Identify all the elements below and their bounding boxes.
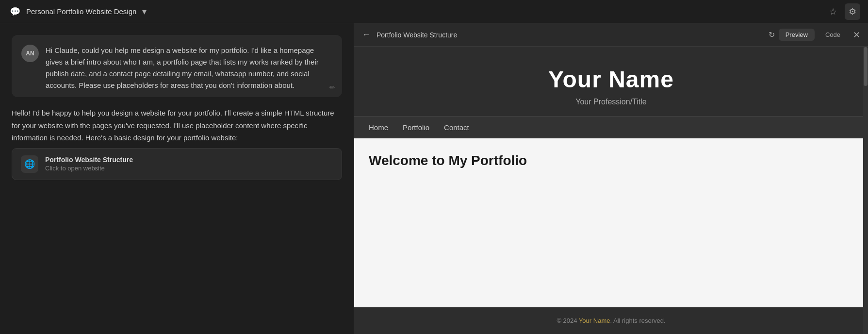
close-icon: ✕ <box>853 30 860 40</box>
footer-text: © 2024 <box>557 317 579 324</box>
preview-topbar: ← Portfolio Website Structure ↻ Preview … <box>354 23 868 47</box>
chat-panel: AN Hi Claude, could you help me design a… <box>0 23 354 334</box>
preview-back-button[interactable]: ← <box>362 30 371 40</box>
ai-message-text: Hello! I'd be happy to help you design a… <box>12 107 342 144</box>
artifact-info: Portfolio Website Structure Click to ope… <box>45 156 133 172</box>
site-preview[interactable]: Your Name Your Profession/Title Home Por… <box>354 47 868 334</box>
artifact-subtitle: Click to open website <box>45 165 133 172</box>
site-profession: Your Profession/Title <box>575 98 646 106</box>
artifact-title: Portfolio Website Structure <box>45 156 133 164</box>
user-message-header: AN Hi Claude, could you help me design a… <box>21 45 332 91</box>
footer-suffix: . All rights reserved. <box>610 317 665 324</box>
settings-button[interactable]: ⚙ <box>845 3 860 20</box>
refresh-icon: ↻ <box>769 31 775 39</box>
preview-title: Portfolio Website Structure <box>377 31 763 39</box>
top-bar-left: 💬 Personal Portfolio Website Design ▾ <box>8 4 148 19</box>
nav-item-portfolio[interactable]: Portfolio <box>403 123 429 132</box>
avatar: AN <box>21 45 39 62</box>
star-button[interactable]: ☆ <box>827 4 839 19</box>
settings-icon: ⚙ <box>849 6 856 17</box>
site-footer: © 2024 Your Name. All rights reserved. <box>354 307 868 334</box>
tab-code[interactable]: Code <box>819 29 847 41</box>
back-icon: ← <box>362 30 371 39</box>
ai-message: Hello! I'd be happy to help you design a… <box>12 105 342 182</box>
preview-topbar-actions: ↻ Preview Code ✕ <box>769 29 860 41</box>
chevron-down-icon: ▾ <box>142 6 147 17</box>
title-dropdown-button[interactable]: ▾ <box>140 4 148 19</box>
preview-close-button[interactable]: ✕ <box>853 30 860 40</box>
scrollbar-thumb <box>864 47 868 86</box>
artifact-card[interactable]: 🌐 Portfolio Website Structure Click to o… <box>12 148 342 180</box>
site-header: Your Name Your Profession/Title <box>354 47 868 116</box>
preview-content: Your Name Your Profession/Title Home Por… <box>354 47 868 334</box>
user-message: AN Hi Claude, could you help me design a… <box>12 35 342 97</box>
preview-refresh-button[interactable]: ↻ <box>769 30 775 39</box>
nav-item-contact[interactable]: Contact <box>444 123 469 132</box>
artifact-globe-icon: 🌐 <box>21 155 38 173</box>
main-layout: AN Hi Claude, could you help me design a… <box>0 23 868 334</box>
preview-panel: ← Portfolio Website Structure ↻ Preview … <box>354 23 868 334</box>
footer-name: Your Name <box>579 317 610 324</box>
edit-icon: ✏ <box>329 84 335 91</box>
chat-icon-button[interactable]: 💬 <box>8 4 22 19</box>
star-icon: ☆ <box>829 6 837 17</box>
preview-scrollbar[interactable] <box>863 47 868 334</box>
site-body: Welcome to My Portfolio <box>354 138 868 307</box>
site-name: Your Name <box>548 66 674 93</box>
top-bar: 💬 Personal Portfolio Website Design ▾ ☆ … <box>0 0 868 23</box>
chat-icon: 💬 <box>10 6 20 17</box>
site-nav: Home Portfolio Contact <box>354 116 868 138</box>
user-message-text: Hi Claude, could you help me design a we… <box>46 45 332 91</box>
conversation-title: Personal Portfolio Website Design <box>26 7 136 16</box>
tab-preview[interactable]: Preview <box>779 29 815 41</box>
site-welcome-heading: Welcome to My Portfolio <box>369 153 853 168</box>
top-bar-right: ☆ ⚙ <box>827 3 860 20</box>
nav-item-home[interactable]: Home <box>369 123 388 132</box>
